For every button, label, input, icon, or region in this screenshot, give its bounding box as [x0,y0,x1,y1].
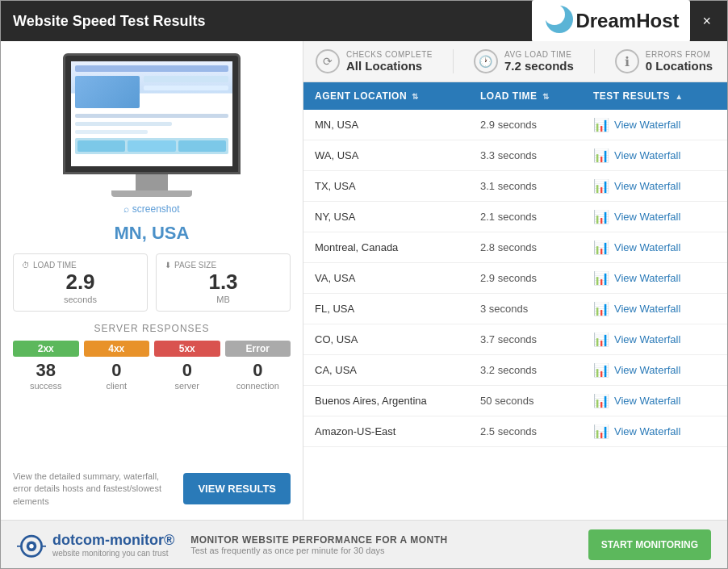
waterfall-link[interactable]: View Waterfall [614,303,680,315]
table-header: AGENT LOCATION ⇅ LOAD TIME ⇅ TEST RESULT… [303,82,727,110]
td-location: Buenos Aires, Argentina [303,386,469,416]
checks-value: All Locations [346,59,433,73]
waterfall-link[interactable]: View Waterfall [614,180,680,192]
page-size-value: 1.3 [165,270,282,295]
td-location: MN, USA [303,110,469,140]
view-results-button[interactable]: VIEW RESULTS [183,473,291,504]
table-row: Montreal, Canada 2.8 seconds 📊 View Wate… [303,232,727,263]
view-results-text: View the detailed summary, waterfall, er… [13,471,174,508]
td-loadtime: 3.1 seconds [469,171,582,201]
main-content: screenshot MN, USA ⏱ LOAD TIME 2.9 secon… [1,41,727,520]
footer-logo: dotcom-monitor® website monitoring you c… [17,530,174,559]
td-loadtime: 3.3 seconds [469,140,582,170]
bar-chart-icon: 📊 [593,148,609,163]
load-time-box: ⏱ LOAD TIME 2.9 seconds [13,253,148,312]
sort-testresults-icon[interactable]: ▲ [675,92,683,101]
monitor-base [111,190,192,197]
avg-load-stat: 🕐 AVG LOAD TIME 7.2 seconds [474,49,574,73]
monitor-body [63,53,241,174]
td-location: NY, USA [303,202,469,232]
bar-chart-icon: 📊 [593,240,609,255]
monitor-image [13,53,291,197]
metrics-row: ⏱ LOAD TIME 2.9 seconds ⬇ PAGE SIZE 1.3 … [13,253,291,312]
footer-promo-title: MONITOR WEBSITE PERFORMANCE FOR A MONTH [190,534,572,546]
table-row: TX, USA 3.1 seconds 📊 View Waterfall [303,171,727,202]
val-4xx: 0 client [84,360,150,391]
page-size-box: ⬇ PAGE SIZE 1.3 MB [156,253,291,312]
footer-tagline: website monitoring you can trust [52,549,174,558]
table-row: FL, USA 3 seconds 📊 View Waterfall [303,294,727,324]
errors-icon: ℹ [615,49,639,73]
footer-brand: dotcom-monitor® [52,532,174,549]
sort-loadtime-icon[interactable]: ⇅ [542,92,550,101]
monitor-stand [136,174,168,190]
footer-logo-text: dotcom-monitor® website monitoring you c… [52,532,174,558]
left-panel: screenshot MN, USA ⏱ LOAD TIME 2.9 secon… [1,41,303,520]
avg-load-label: AVG LOAD TIME [504,50,574,59]
val-5xx: 0 server [154,360,220,391]
start-monitoring-button[interactable]: START MONITORING [588,529,711,560]
bar-chart-icon: 📊 [593,393,609,408]
td-loadtime: 2.9 seconds [469,110,582,140]
dreamhost-crescent-icon [543,5,575,34]
td-loadtime: 2.8 seconds [469,232,582,262]
td-results: 📊 View Waterfall [582,140,727,170]
footer-promo-sub: Test as frequently as once per minute fo… [190,546,572,555]
td-results: 📊 View Waterfall [582,355,727,385]
td-location: CA, USA [303,355,469,385]
errors-text: ERRORS FROM 0 Locations [646,50,713,73]
waterfall-link[interactable]: View Waterfall [614,395,680,407]
page-size-unit: MB [165,295,282,304]
errors-stat: ℹ ERRORS FROM 0 Locations [615,49,713,73]
table-row: VA, USA 2.9 seconds 📊 View Waterfall [303,263,727,294]
waterfall-link[interactable]: View Waterfall [614,241,680,253]
load-time-label: ⏱ LOAD TIME [22,261,139,270]
td-loadtime: 2.5 seconds [469,416,582,446]
load-time-value: 2.9 [22,270,139,295]
val-2xx: 38 success [13,360,79,391]
checks-icon: ⟳ [316,49,340,73]
bar-chart-icon: 📊 [593,332,609,347]
td-results: 📊 View Waterfall [582,232,727,262]
checks-label: CHECKS COMPLETE [346,50,433,59]
td-results: 📊 View Waterfall [582,416,727,446]
td-loadtime: 3 seconds [469,294,582,324]
waterfall-link[interactable]: View Waterfall [614,333,680,345]
monitor-screen [71,61,232,166]
waterfall-link[interactable]: View Waterfall [614,149,680,161]
table-row: MN, USA 2.9 seconds 📊 View Waterfall [303,110,727,140]
waterfall-link[interactable]: View Waterfall [614,425,680,437]
clock-icon: ⏱ [22,261,30,270]
waterfall-link[interactable]: View Waterfall [614,119,680,131]
checks-complete-stat: ⟳ CHECKS COMPLETE All Locations [316,49,433,73]
svg-point-4 [29,544,33,548]
bar-chart-icon: 📊 [593,117,609,132]
waterfall-link[interactable]: View Waterfall [614,364,680,376]
table-row: Buenos Aires, Argentina 50 seconds 📊 Vie… [303,386,727,416]
td-location: FL, USA [303,294,469,324]
server-responses-title: SERVER RESPONSES [13,323,291,334]
waterfall-link[interactable]: View Waterfall [614,211,680,223]
td-results: 📊 View Waterfall [582,263,727,293]
td-loadtime: 2.1 seconds [469,202,582,232]
td-results: 📊 View Waterfall [582,110,727,140]
td-loadtime: 3.2 seconds [469,355,582,385]
table-row: CA, USA 3.2 seconds 📊 View Waterfall [303,355,727,386]
dreamhost-text: DreamHost [575,10,679,32]
stats-row: ⟳ CHECKS COMPLETE All Locations 🕐 AVG LO… [303,41,727,82]
screenshot-link[interactable]: screenshot [13,203,291,215]
window-title: Website Speed Test Results [13,13,532,30]
bar-chart-icon: 📊 [593,209,609,224]
title-bar: Website Speed Test Results DreamHost × [1,1,727,41]
errors-label: ERRORS FROM [646,50,713,59]
page-size-label: ⬇ PAGE SIZE [165,261,282,270]
code-5xx: 5xx [154,341,220,357]
table-row: CO, USA 3.7 seconds 📊 View Waterfall [303,324,727,355]
sort-location-icon[interactable]: ⇅ [412,92,419,101]
stat-divider-2 [594,49,595,73]
td-location: TX, USA [303,171,469,201]
code-err: Error [225,341,291,357]
results-table: AGENT LOCATION ⇅ LOAD TIME ⇅ TEST RESULT… [303,82,727,520]
waterfall-link[interactable]: View Waterfall [614,272,680,284]
close-button[interactable]: × [698,9,715,34]
